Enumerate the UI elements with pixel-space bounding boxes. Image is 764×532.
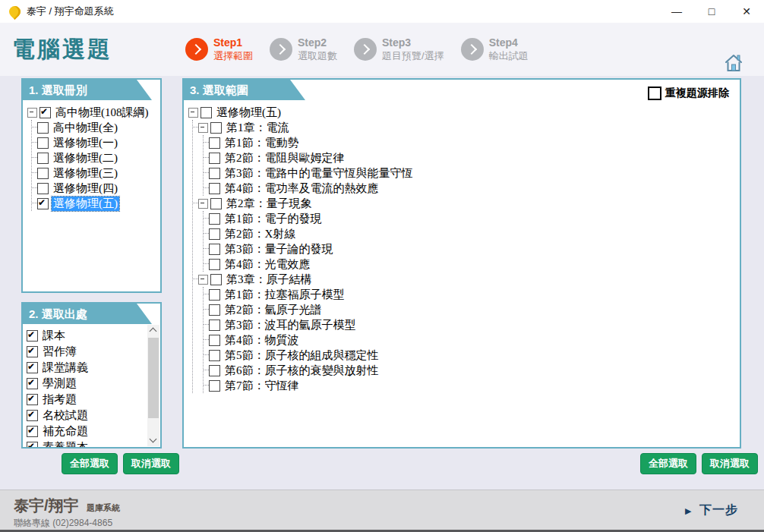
checkbox[interactable]	[209, 350, 220, 361]
scrollbar[interactable]	[147, 325, 159, 446]
list-item-label[interactable]: 課本	[41, 329, 67, 343]
step-label: Step2	[298, 36, 337, 49]
step-2[interactable]: Step2選取題數	[270, 36, 337, 62]
checkbox[interactable]	[210, 274, 222, 285]
checkbox[interactable]	[210, 198, 222, 209]
checkbox[interactable]	[209, 335, 220, 346]
checkbox[interactable]	[37, 198, 49, 209]
checkbox[interactable]	[209, 153, 220, 164]
checkbox[interactable]	[209, 244, 220, 255]
deselect-button-left[interactable]: 取消選取	[123, 453, 179, 474]
tree-row: 第2節：X射線	[204, 226, 738, 241]
scroll-down-icon[interactable]	[147, 435, 159, 446]
tree-expander-icon[interactable]	[188, 108, 198, 118]
tree-item-label[interactable]: 第1節：拉塞福原子模型	[223, 288, 346, 302]
checkbox[interactable]	[209, 365, 220, 376]
tree-item-label[interactable]: 第2節：氫原子光譜	[223, 303, 324, 317]
list-item-label[interactable]: 習作簿	[41, 345, 78, 359]
tree-item-label[interactable]: 第1章：電流	[225, 121, 291, 135]
list-item: 素養題本	[27, 439, 160, 449]
checkbox[interactable]	[27, 362, 38, 373]
next-step-button[interactable]: ▶ 下一步	[685, 502, 738, 518]
checkbox[interactable]	[209, 168, 220, 179]
tree-item-label[interactable]: 選修物理(五)	[215, 105, 283, 120]
tree-item-label[interactable]: 第6節：原子核的衰變與放射性	[223, 364, 380, 378]
select-all-button-right[interactable]: 全部選取	[640, 453, 696, 474]
tree-item-label[interactable]: 第4節：物質波	[223, 333, 301, 348]
dedupe-checkbox[interactable]	[648, 87, 661, 100]
tree-expander-icon[interactable]	[27, 108, 37, 118]
footer-contact: 聯絡專線 (02)2984-4865	[14, 517, 764, 530]
list-item-label[interactable]: 名校試題	[41, 408, 90, 423]
tree-item-label[interactable]: 第1節：電子的發現	[223, 212, 324, 226]
tree-row: 選修物理(一)	[32, 135, 159, 150]
tree-row: 第1章：電流	[193, 120, 738, 135]
tree-item-label[interactable]: 第2章：量子現象	[225, 197, 314, 211]
tree-item-label[interactable]: 第5節：原子核的組成與穩定性	[223, 348, 380, 363]
tree-row: 第3章：原子結構	[193, 272, 738, 287]
deselect-button-right[interactable]: 取消選取	[702, 453, 758, 474]
list-item-label[interactable]: 課堂講義	[41, 360, 90, 375]
step-1[interactable]: Step1選擇範圍	[185, 36, 253, 62]
tree-row: 第3節：電路中的電量守恆與能量守恆	[204, 165, 738, 181]
close-button[interactable]: ✕	[729, 1, 764, 23]
tree-item-label[interactable]: 第7節：守恆律	[223, 379, 301, 393]
tree-expander-icon[interactable]	[198, 275, 208, 285]
tree-item-label[interactable]: 選修物理(二)	[52, 151, 119, 165]
tree-item-label[interactable]: 選修物理(五)	[52, 197, 119, 211]
checkbox[interactable]	[210, 122, 222, 134]
checkbox[interactable]	[27, 410, 38, 421]
checkbox[interactable]	[27, 442, 38, 449]
tree-item-label[interactable]: 第4節：電功率及電流的熱效應	[223, 181, 380, 196]
select-all-button-left[interactable]: 全部選取	[62, 453, 118, 474]
checkbox[interactable]	[209, 259, 220, 270]
checkbox[interactable]	[37, 183, 49, 194]
checkbox[interactable]	[209, 289, 220, 301]
tree-item-label[interactable]: 選修物理(四)	[52, 181, 119, 196]
checkbox[interactable]	[39, 107, 51, 118]
tree-expander-icon[interactable]	[198, 199, 208, 209]
checkbox[interactable]	[209, 228, 220, 240]
checkbox[interactable]	[209, 304, 220, 316]
checkbox[interactable]	[37, 137, 49, 149]
checkbox[interactable]	[209, 380, 220, 392]
tree-item-label[interactable]: 高中物理(108課綱)	[54, 105, 150, 120]
tree-item-label[interactable]: 第2節：電阻與歐姆定律	[223, 151, 346, 165]
checkbox[interactable]	[200, 107, 212, 118]
checkbox[interactable]	[27, 330, 38, 342]
scroll-thumb[interactable]	[148, 338, 159, 418]
tree-item-label[interactable]: 高中物理(全)	[52, 121, 119, 135]
tree-item-label[interactable]: 第1節：電動勢	[223, 136, 301, 150]
tree-item-label[interactable]: 選修物理(一)	[52, 136, 119, 150]
list-item-label[interactable]: 補充命題	[41, 424, 90, 439]
checkbox[interactable]	[37, 153, 49, 164]
list-item-label[interactable]: 學測題	[41, 376, 78, 391]
step-4[interactable]: Step4輸出試題	[461, 36, 529, 62]
tree-expander-icon[interactable]	[198, 123, 208, 133]
checkbox[interactable]	[209, 137, 220, 149]
checkbox[interactable]	[27, 378, 38, 389]
checkbox[interactable]	[37, 122, 49, 134]
tree-item-label[interactable]: 選修物理(三)	[52, 166, 119, 181]
checkbox[interactable]	[27, 346, 38, 357]
step-3[interactable]: Step3題目預覽/選擇	[354, 36, 444, 62]
checkbox[interactable]	[209, 213, 220, 225]
tree-item-label[interactable]: 第3章：原子結構	[225, 272, 314, 287]
tree-item-label[interactable]: 第3節：量子論的發現	[223, 242, 335, 257]
minimize-button[interactable]: —	[659, 1, 694, 23]
list-item-label[interactable]: 指考題	[41, 392, 78, 407]
checkbox[interactable]	[27, 426, 38, 437]
checkbox[interactable]	[209, 320, 220, 331]
tree-item-label[interactable]: 第3節：波耳的氫原子模型	[223, 318, 358, 332]
maximize-button[interactable]: □	[694, 1, 729, 23]
list-item-label[interactable]: 素養題本	[41, 440, 90, 449]
checkbox[interactable]	[37, 168, 49, 179]
checkbox[interactable]	[27, 394, 38, 405]
tree-item-label[interactable]: 第2節：X射線	[223, 227, 297, 241]
volume-source-actions: 全部選取 取消選取	[62, 453, 179, 474]
tree-item-label[interactable]: 第4節：光電效應	[223, 257, 312, 272]
volume-tree: 高中物理(108課綱)高中物理(全)選修物理(一)選修物理(二)選修物理(三)選…	[23, 100, 160, 211]
scroll-up-icon[interactable]	[147, 325, 159, 336]
tree-item-label[interactable]: 第3節：電路中的電量守恆與能量守恆	[223, 166, 415, 181]
checkbox[interactable]	[209, 183, 220, 194]
